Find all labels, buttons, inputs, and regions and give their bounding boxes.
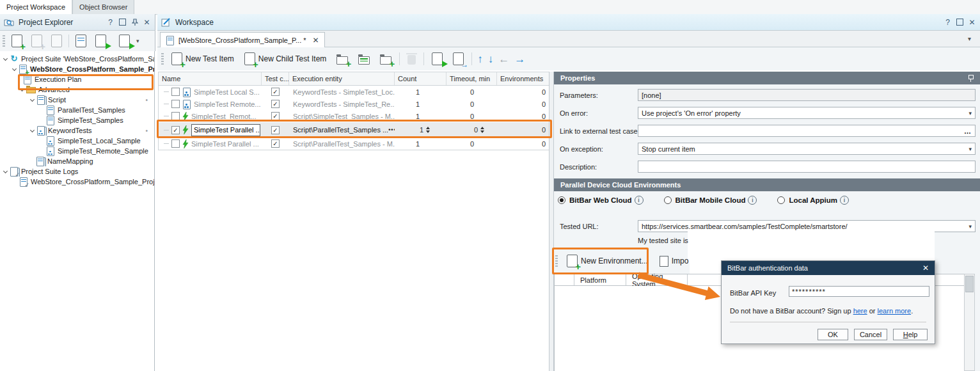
info-icon[interactable]	[635, 196, 644, 205]
col-header-timeout[interactable]: Timeout, min	[447, 72, 497, 85]
link-external-field[interactable]: …	[638, 125, 976, 137]
maximize-icon[interactable]	[956, 18, 964, 26]
test-case-checkbox[interactable]	[271, 112, 280, 120]
tree-item-paralleltest-samples[interactable]: ParallelTest_Samples	[0, 105, 154, 115]
tree-item-script[interactable]: Script •	[0, 95, 154, 105]
row-checkbox[interactable]	[171, 88, 180, 96]
col-header-environments[interactable]: Environments	[497, 72, 549, 85]
tree-item-project[interactable]: WebStore_CrossPlatform_Sample_Pr	[0, 64, 154, 74]
tree-item-simpletest-samples[interactable]: SimpleTest_Samples	[0, 115, 154, 125]
new-child-test-item-button[interactable]: New Child Test Item	[242, 51, 329, 67]
table-row[interactable]: SimpleTest Local S... KeywordTests - Sim…	[159, 86, 549, 98]
new-child-group-button[interactable]	[377, 52, 394, 66]
row-checkbox[interactable]	[171, 139, 180, 148]
toolbar-grip[interactable]	[555, 255, 558, 267]
run-focused-button[interactable]	[450, 51, 466, 67]
help-button[interactable]: Help	[893, 329, 928, 340]
radio-local-appium[interactable]: Local Appium	[777, 196, 849, 205]
signup-here-link[interactable]: here	[853, 307, 867, 315]
api-key-input[interactable]: **********	[789, 286, 929, 297]
pin-icon[interactable]	[130, 18, 139, 26]
on-exception-dropdown[interactable]: Stop current item ▾	[638, 143, 976, 155]
dialog-titlebar[interactable]: BitBar authentication data ✕	[722, 261, 935, 275]
tab-project-workspace[interactable]: Project Workspace	[0, 0, 72, 14]
help-icon[interactable]: ?	[944, 18, 952, 26]
test-case-checkbox[interactable]	[271, 139, 280, 148]
tab-close-icon[interactable]: ✕	[313, 36, 319, 45]
group-items-button[interactable]	[356, 52, 372, 66]
run-project-suite-button[interactable]	[116, 33, 132, 49]
chevron-down-icon[interactable]	[29, 97, 35, 103]
tested-url-dropdown[interactable]: https://services.smartbear.com/samples/T…	[638, 220, 976, 232]
description-field[interactable]	[638, 161, 976, 173]
info-icon[interactable]	[748, 196, 757, 205]
parameters-field[interactable]: [none]	[638, 89, 976, 101]
tree-item-keywordtests[interactable]: KeywordTests •	[0, 125, 154, 136]
toolbar-grip[interactable]	[3, 35, 5, 47]
col-header-name[interactable]: Name	[159, 72, 262, 85]
test-case-checkbox[interactable]	[271, 88, 280, 96]
new-group-button[interactable]	[334, 52, 351, 66]
maximize-icon[interactable]	[118, 18, 127, 26]
info-icon[interactable]	[840, 196, 849, 205]
ok-button[interactable]: OK	[818, 329, 848, 340]
tree-item-namemapping[interactable]: NameMapping	[0, 156, 154, 166]
count-spinner[interactable]	[426, 127, 430, 133]
document-tab-execution-plan[interactable]: [WebStore_CrossPlatform_Sample_P... * ✕	[160, 32, 325, 47]
table-row[interactable]: SimpleTest_Remot... Script\SimpleTest_Sa…	[159, 110, 549, 122]
tree-item-project-suite[interactable]: ↻ Project Suite 'WebStore_CrossPlatform_…	[0, 54, 154, 64]
help-icon[interactable]: ?	[106, 18, 115, 26]
tree-item-execution-plan[interactable]: Execution Plan	[0, 74, 154, 84]
cancel-button[interactable]: Cancel	[854, 329, 887, 340]
tab-object-browser[interactable]: Object Browser	[72, 0, 134, 14]
move-down-icon[interactable]: ↓	[488, 54, 494, 65]
tree-item-advanced[interactable]: Advanced	[0, 84, 154, 95]
learn-more-link[interactable]: learn more	[878, 307, 912, 315]
chevron-down-icon[interactable]	[3, 169, 8, 175]
chevron-down-icon[interactable]	[19, 87, 25, 93]
test-case-checkbox[interactable]	[271, 100, 280, 108]
execution-plan-button[interactable]	[73, 33, 89, 49]
pin-icon[interactable]	[967, 74, 974, 82]
tree-item-project-log[interactable]: WebStore_CrossPlatform_Sample_Project	[0, 177, 154, 187]
col-header-test-case[interactable]: Test c...	[262, 72, 289, 85]
run-selected-button[interactable]	[429, 51, 445, 67]
scrollbar-thumb[interactable]	[965, 276, 974, 292]
close-icon[interactable]: ✕	[143, 18, 151, 26]
tree-item-project-suite-logs[interactable]: Project Suite Logs	[0, 166, 154, 177]
name-edit-cell[interactable]: SimpleTest Parallel ...	[191, 124, 260, 136]
tree-item-simpletest-remote-sample[interactable]: SimpleTest_Remote_Sample	[0, 146, 154, 156]
new-test-item-button[interactable]: New Test Item	[169, 51, 237, 67]
col-header-platform[interactable]: Platform	[574, 274, 626, 285]
col-header-operating-system[interactable]: Operating System	[626, 274, 688, 285]
environments-scrollbar[interactable]	[964, 274, 975, 371]
add-new-item-button[interactable]	[9, 33, 25, 49]
table-row[interactable]: SimpleTest Parallel ... Script\ParallelT…	[159, 138, 549, 150]
entity-ellipsis-button[interactable]: •••	[388, 127, 395, 133]
import-environments-button[interactable]: Impo	[657, 255, 692, 268]
row-checkbox[interactable]	[171, 112, 180, 120]
chevron-down-icon[interactable]	[29, 128, 35, 134]
new-environment-button[interactable]: New Environment...	[564, 253, 651, 269]
row-checkbox[interactable]	[171, 100, 180, 108]
col-header-execution-entity[interactable]: Execution entity	[289, 72, 395, 85]
row-checkbox[interactable]	[171, 126, 180, 134]
timeout-spinner[interactable]	[480, 127, 484, 133]
toolbar-grip[interactable]	[161, 53, 164, 65]
test-case-checkbox[interactable]	[271, 126, 280, 134]
panel-splitter[interactable]	[549, 72, 554, 371]
browse-ellipsis-button[interactable]: …	[964, 127, 972, 135]
radio-bitbar-web-cloud[interactable]: BitBar Web Cloud	[558, 196, 644, 205]
close-icon[interactable]: ✕	[922, 264, 929, 272]
move-right-icon[interactable]: →	[514, 54, 525, 65]
move-up-icon[interactable]: ↑	[477, 54, 483, 65]
radio-bitbar-mobile-cloud[interactable]: BitBar Mobile Cloud	[664, 196, 757, 205]
run-dropdown-caret-icon[interactable]: ▾	[136, 38, 139, 44]
table-row[interactable]: SimpleTest Remote... KeywordTests - Simp…	[159, 98, 549, 110]
chevron-down-icon[interactable]	[3, 56, 8, 62]
col-header-count[interactable]: Count	[395, 72, 447, 85]
tab-list-caret-icon[interactable]: ▾	[968, 35, 971, 42]
on-error-dropdown[interactable]: Use project's 'On error' property ▾	[638, 107, 976, 119]
close-icon[interactable]: ✕	[968, 18, 976, 26]
tree-item-simpletest-local-sample[interactable]: SimpleTest_Local_Sample	[0, 136, 154, 146]
